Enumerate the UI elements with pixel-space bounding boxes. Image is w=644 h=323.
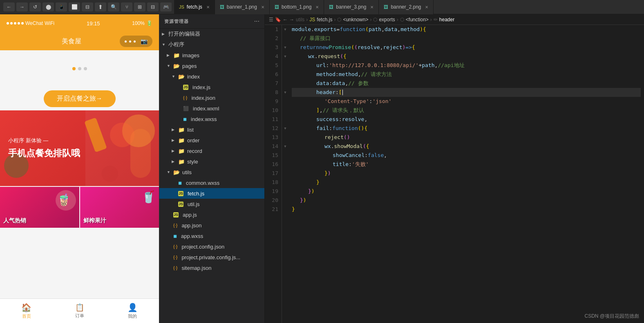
sidebar-item-fetch-js[interactable]: JS fetch.js xyxy=(159,188,264,199)
code-line-4: wx.request ( { xyxy=(292,52,641,61)
tab-close-banner-3[interactable]: ✕ xyxy=(370,5,373,9)
wifi-icon: WiFi xyxy=(45,20,54,26)
tab-banner-1[interactable]: 🖼 banner_1.png ✕ xyxy=(215,0,270,14)
images-label: images xyxy=(182,52,199,58)
bottom-nav-home[interactable]: 🏠 首页 xyxy=(0,299,53,323)
sidebar-item-index-js[interactable]: JS index.js xyxy=(159,82,264,92)
sidebar-item-open-editors[interactable]: ▶ 打开的编辑器 xyxy=(159,29,264,39)
editor-tabs: JS fetch.js ✕ 🖼 banner_1.png ✕ 🖼 bottom_… xyxy=(174,0,641,14)
phone-nav-actions[interactable]: 📷 xyxy=(120,36,152,47)
explorer-more-button[interactable]: ··· xyxy=(254,18,259,25)
index-wxml-label: index.wxml xyxy=(193,105,219,112)
sidebar-item-index-folder[interactable]: ▼ 📂 index xyxy=(159,71,264,82)
miniprogram-arrow: ▼ xyxy=(162,43,166,47)
grid-item-fresh-juice[interactable]: 鲜榨果汁 🥤 xyxy=(80,187,159,228)
sidebar-item-miniprogram[interactable]: ▼ 小程序 xyxy=(159,39,264,50)
breadcrumb-current[interactable]: header xyxy=(439,17,454,22)
tab-close-fetch-js[interactable]: ✕ xyxy=(206,5,210,9)
panel-button[interactable]: ⊟ xyxy=(147,2,159,11)
sidebar-item-utils-folder[interactable]: ▼ 📂 utils xyxy=(159,167,264,177)
tab-banner-3[interactable]: 🖼 banner_3.png ✕ xyxy=(324,0,379,14)
sidebar-item-order-folder[interactable]: ▶ 📁 order xyxy=(159,135,264,146)
fold-17 xyxy=(282,169,288,178)
sidebar-item-app-wxss[interactable]: ◼ app.wxss xyxy=(159,231,264,241)
fold-4[interactable]: ▼ xyxy=(282,52,288,61)
title-bar: ← → ↺ ⬤ 📱 ⬜ ⊟ ⬆ 🔍 ⑂ ⊞ ⊟ 🎮 JS fetch.js ✕ … xyxy=(0,0,644,14)
tab-icon-fetch-js: JS xyxy=(179,4,184,9)
stop-button[interactable]: ⬤ xyxy=(42,2,54,11)
index-js-label: index.js xyxy=(192,84,210,90)
fold-3[interactable]: ▼ xyxy=(282,43,288,52)
sidebar-item-list-folder[interactable]: ▶ 📁 list xyxy=(159,124,264,135)
fold-12[interactable]: ▼ xyxy=(282,124,288,133)
tab-close-banner-2[interactable]: ✕ xyxy=(425,5,428,9)
order-icon: 📋 xyxy=(75,303,84,312)
editor-breadcrumb: ☰ 🔖 ← → utils › JS fetch.js › ⬡ <unknown… xyxy=(265,14,644,25)
fold-15 xyxy=(282,151,288,160)
fold-8[interactable]: ▼ xyxy=(282,88,288,97)
tab-banner-2[interactable]: 🖼 banner_2.png ✕ xyxy=(379,0,434,14)
bottom-nav-order[interactable]: 📋 订单 xyxy=(53,299,106,323)
line-num-19: 19 xyxy=(268,187,278,196)
line-num-1: 1 xyxy=(268,25,278,34)
sidebar-item-index-wxml[interactable]: ⬛ index.wxml xyxy=(159,103,264,114)
carousel-dot-3[interactable] xyxy=(84,67,87,70)
search-button[interactable]: 🔍 xyxy=(108,2,119,11)
editor-toolbar-icon-menu[interactable]: ☰ xyxy=(269,17,273,22)
pages-folder-icon: 📂 xyxy=(173,63,180,69)
sidebar-item-common-wxss[interactable]: ◼ common.wxss xyxy=(159,177,264,188)
nav-forward-button[interactable]: → xyxy=(16,2,28,11)
tab-close-banner-1[interactable]: ✕ xyxy=(261,5,264,9)
tab-close-bottom-1[interactable]: ✕ xyxy=(315,5,319,9)
upload-button[interactable]: ⬆ xyxy=(95,2,106,11)
line-num-9: 9 xyxy=(268,97,278,106)
tab-fetch-js[interactable]: JS fetch.js ✕ xyxy=(174,0,215,14)
settings-button[interactable]: 🎮 xyxy=(160,2,172,11)
branch-button[interactable]: ⑂ xyxy=(121,2,132,11)
line-num-15: 15 xyxy=(268,151,278,160)
breadcrumb-filename[interactable]: fetch.js xyxy=(317,17,332,22)
grid-button[interactable]: ⊞ xyxy=(134,2,145,11)
bottom-nav-profile[interactable]: 👤 我的 xyxy=(106,299,159,323)
sidebar-item-images[interactable]: ▶ 📁 images xyxy=(159,50,264,61)
list-label: list xyxy=(187,127,194,133)
sidebar-item-style-folder[interactable]: ▶ 📁 style xyxy=(159,156,264,167)
grid-item-popular[interactable]: 人气热销 🧋 xyxy=(0,187,79,228)
editor-breadcrumb-bookmark[interactable]: 🔖 xyxy=(275,17,281,22)
line-num-5: 5 xyxy=(268,61,278,70)
code-line-14: wx . showModal ( { xyxy=(292,142,641,151)
sidebar-item-app-js[interactable]: JS app.js xyxy=(159,209,264,220)
list-folder-icon: 📁 xyxy=(178,127,185,133)
code-text-area[interactable]: module.exports = function ( path, data, … xyxy=(288,25,644,323)
code-line-16: title : '失败' xyxy=(292,160,641,169)
carousel-dot-2[interactable] xyxy=(78,67,81,70)
util-js-label: util.js xyxy=(188,201,200,207)
sidebar-item-index-json[interactable]: {·} index.json xyxy=(159,92,264,103)
fold-1[interactable]: ▼ xyxy=(282,25,288,34)
sidebar-item-util-js[interactable]: JS util.js xyxy=(159,199,264,209)
fold-14[interactable]: ▼ xyxy=(282,142,288,151)
window-controls: ← → ↺ ⬤ 📱 ⬜ ⊟ ⬆ 🔍 ⑂ ⊞ ⊟ 🎮 xyxy=(3,2,172,11)
sidebar-item-sitemap[interactable]: {·} sitemap.json xyxy=(159,262,264,273)
tab-bottom-1[interactable]: 🖼 bottom_1.png ✕ xyxy=(270,0,324,14)
sidebar-item-index-wxss[interactable]: ◼ index.wxss xyxy=(159,114,264,124)
nav-back-button[interactable]: ← xyxy=(3,2,15,11)
signal-dot-5 xyxy=(21,22,24,25)
sidebar-item-app-json[interactable]: {·} app.json xyxy=(159,220,264,231)
mobile-button[interactable]: 📱 xyxy=(56,2,67,11)
refresh-button[interactable]: ↺ xyxy=(29,2,41,11)
images-folder-icon: 📁 xyxy=(173,52,180,58)
breadcrumb-back[interactable]: ← xyxy=(283,17,288,22)
sidebar-item-project-private[interactable]: {·} project.private.config.js... xyxy=(159,252,264,262)
sidebar-item-record-folder[interactable]: ▶ 📁 record xyxy=(159,146,264,156)
tablet-button[interactable]: ⬜ xyxy=(69,2,80,11)
editor-code-content[interactable]: 1 2 3 4 5 6 7 8 9 10 11 12 13 14 15 16 1… xyxy=(265,25,644,323)
grid-drink-icon: 🧋 xyxy=(57,193,71,206)
phone-grid: 人气热销 🧋 鲜榨果汁 🥤 xyxy=(0,187,159,228)
carousel-dot-1[interactable] xyxy=(72,67,76,70)
breadcrumb-forward[interactable]: → xyxy=(289,17,294,22)
sidebar-item-project-config[interactable]: {·} project.config.json xyxy=(159,241,264,252)
split-button[interactable]: ⊟ xyxy=(82,2,93,11)
start-dining-button[interactable]: 开启点餐之旅→ xyxy=(44,90,116,107)
sidebar-item-pages[interactable]: ▼ 📂 pages xyxy=(159,61,264,71)
